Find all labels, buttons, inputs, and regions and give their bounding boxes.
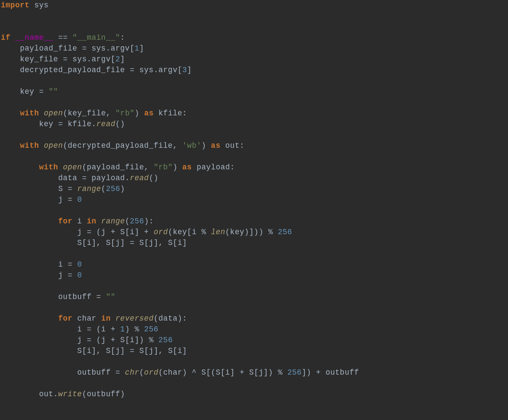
id-key: key — [20, 87, 34, 96]
id-decrypted-payload-file: decrypted_payload_file — [20, 66, 125, 74]
id-key-file: key_file — [20, 55, 58, 64]
fn-open: open — [44, 109, 63, 118]
module-sys: sys — [34, 1, 48, 10]
dunder-name: __name__ — [15, 33, 53, 42]
keyword-if: if — [1, 33, 10, 42]
id-payload-file: payload_file — [20, 44, 77, 53]
string-main: "__main__" — [73, 33, 121, 42]
keyword-import: import — [1, 1, 29, 10]
code-block: import sys if __name__ == "__main__": pa… — [0, 0, 508, 400]
